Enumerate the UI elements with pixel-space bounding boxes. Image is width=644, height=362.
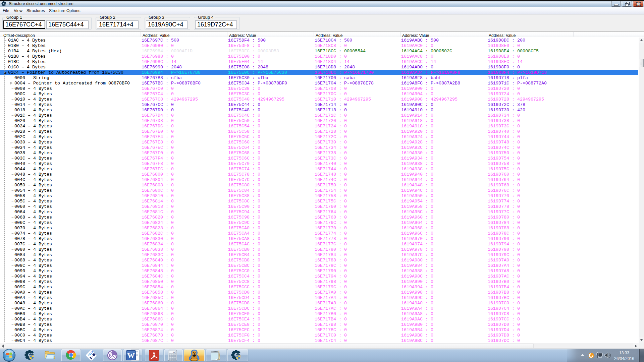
svg-text:0: 0 [173, 351, 175, 354]
svg-text:W: W [127, 351, 135, 360]
